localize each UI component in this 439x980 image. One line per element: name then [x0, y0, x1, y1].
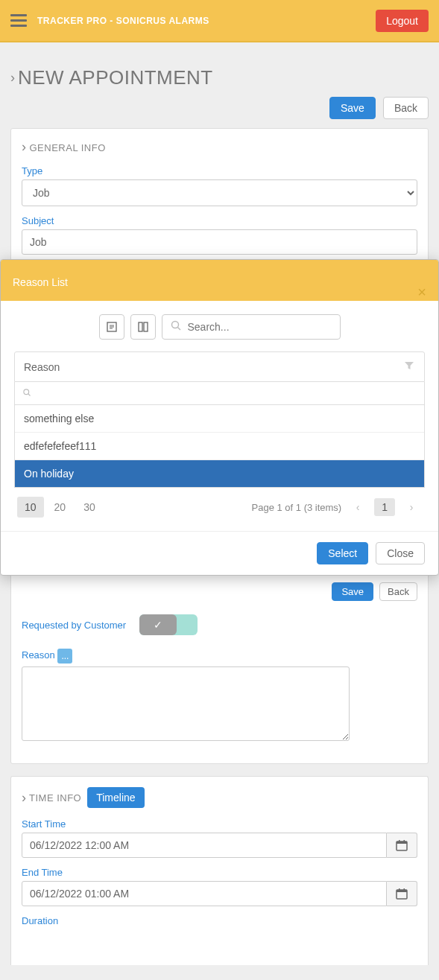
- save-button[interactable]: Save: [329, 97, 376, 119]
- duration-label: Duration: [22, 915, 417, 926]
- page-title-row: NEW APPOINTMENT: [10, 66, 429, 89]
- grid-footer: 10 20 30 Page 1 of 1 (3 items) ‹ 1 ›: [14, 488, 425, 518]
- grid-row[interactable]: something else: [15, 405, 424, 432]
- time-info-header: TIME INFO Timeline: [22, 787, 417, 808]
- magnifier-icon: [22, 388, 31, 397]
- page-size-30[interactable]: 30: [76, 497, 103, 518]
- subject-group: Subject: [22, 215, 417, 255]
- svg-point-11: [171, 322, 178, 328]
- start-time-group: Start Time: [22, 818, 417, 858]
- modal-close-button[interactable]: Close: [376, 542, 425, 564]
- timeline-button[interactable]: Timeline: [87, 787, 144, 808]
- pager-current-page[interactable]: 1: [374, 498, 395, 516]
- grid-filter-row: [14, 382, 425, 405]
- inner-back-button[interactable]: Back: [379, 582, 417, 601]
- start-time-calendar-button[interactable]: [387, 833, 417, 858]
- toggle-knob: ✓: [139, 614, 177, 635]
- general-info-header: GENERAL INFO: [22, 139, 417, 155]
- search-icon: [22, 389, 34, 399]
- chevron-right-icon: [22, 790, 29, 806]
- top-bar: TRACKER PRO - SONICRUS ALARMS Logout: [0, 0, 439, 42]
- grid-header[interactable]: Reason: [14, 351, 425, 382]
- modal-select-button[interactable]: Select: [317, 542, 368, 564]
- reason-list-modal: Reason List × Reason: [0, 259, 439, 576]
- svg-rect-3: [404, 840, 405, 842]
- modal-title: Reason List: [13, 276, 68, 288]
- column-header-reason: Reason: [24, 361, 60, 373]
- check-icon: ✓: [154, 619, 162, 631]
- magnifier-icon: [170, 319, 182, 331]
- svg-rect-9: [139, 322, 142, 331]
- modal-toolbar: [14, 314, 425, 340]
- modal-header: Reason List ×: [1, 263, 438, 301]
- topbar-left: TRACKER PRO - SONICRUS ALARMS: [10, 14, 209, 27]
- end-time-input-group: [22, 881, 417, 906]
- requested-label: Requested by Customer: [22, 620, 126, 631]
- calendar-icon: [396, 839, 408, 851]
- chevron-right-icon: [10, 70, 18, 86]
- svg-line-12: [177, 328, 180, 331]
- hamburger-menu-icon[interactable]: [10, 14, 27, 27]
- svg-rect-5: [397, 890, 407, 892]
- page-title: NEW APPOINTMENT: [18, 66, 213, 89]
- start-time-label: Start Time: [22, 818, 417, 830]
- time-info-card: TIME INFO Timeline Start Time End Time: [10, 776, 429, 965]
- svg-rect-2: [399, 840, 400, 842]
- section-title: GENERAL INFO: [30, 142, 106, 153]
- reason-textarea[interactable]: [22, 666, 350, 741]
- type-group: Type Job: [22, 165, 417, 206]
- grid-filter-input[interactable]: [34, 388, 388, 399]
- grid-row[interactable]: On holiday: [15, 459, 424, 487]
- reason-label: Reason ...: [22, 649, 417, 664]
- pager-prev-icon[interactable]: ‹: [347, 497, 368, 518]
- app-brand: TRACKER PRO - SONICRUS ALARMS: [37, 16, 209, 26]
- start-time-input[interactable]: [22, 833, 387, 858]
- svg-point-13: [24, 389, 29, 395]
- reason-label-text: Reason: [22, 649, 55, 661]
- modal-body: Reason something else edfefefefeef111 On…: [1, 301, 438, 531]
- svg-line-14: [28, 394, 31, 396]
- filter-icon[interactable]: [403, 360, 415, 374]
- page-size-selector: 10 20 30: [17, 497, 103, 518]
- pager: Page 1 of 1 (3 items) ‹ 1 ›: [252, 497, 422, 518]
- duration-group: Duration: [22, 915, 417, 926]
- end-time-calendar-button[interactable]: [387, 881, 417, 906]
- search-icon: [170, 319, 182, 334]
- svg-rect-10: [144, 322, 148, 331]
- reason-picker-button[interactable]: ...: [57, 649, 72, 664]
- requested-row: Requested by Customer ✓: [22, 614, 417, 635]
- funnel-icon: [403, 360, 415, 372]
- svg-rect-1: [397, 841, 407, 844]
- chevron-right-icon: [22, 142, 30, 153]
- page-size-20[interactable]: 20: [47, 497, 74, 518]
- requested-toggle[interactable]: ✓: [139, 614, 198, 635]
- end-time-group: End Time: [22, 867, 417, 906]
- svg-rect-7: [404, 888, 405, 891]
- page-actions: Save Back: [10, 97, 429, 119]
- modal-close-icon[interactable]: ×: [417, 284, 426, 301]
- export-icon-button[interactable]: [99, 314, 124, 340]
- calendar-icon: [396, 888, 408, 900]
- modal-footer: Select Close: [1, 531, 438, 575]
- columns-icon-button[interactable]: [130, 314, 156, 340]
- grid-row[interactable]: edfefefefeef111: [15, 432, 424, 459]
- subject-input[interactable]: [22, 229, 417, 255]
- subject-label: Subject: [22, 215, 417, 226]
- start-time-input-group: [22, 833, 417, 858]
- type-label: Type: [22, 165, 417, 176]
- pager-next-icon[interactable]: ›: [401, 497, 422, 518]
- end-time-input[interactable]: [22, 881, 387, 906]
- svg-rect-6: [399, 888, 400, 891]
- modal-search-input[interactable]: [188, 321, 332, 333]
- back-button[interactable]: Back: [383, 97, 429, 119]
- section-title: TIME INFO: [29, 792, 81, 804]
- reason-group: Reason ...: [22, 649, 417, 744]
- page-size-10[interactable]: 10: [17, 497, 44, 518]
- inner-actions: Save Back: [22, 582, 417, 601]
- modal-search-box: [162, 314, 341, 340]
- grid-body: something else edfefefefeef111 On holida…: [14, 405, 425, 488]
- type-select[interactable]: Job: [22, 179, 417, 206]
- logout-button[interactable]: Logout: [376, 10, 429, 32]
- columns-icon: [137, 321, 149, 333]
- inner-save-button[interactable]: Save: [332, 582, 373, 601]
